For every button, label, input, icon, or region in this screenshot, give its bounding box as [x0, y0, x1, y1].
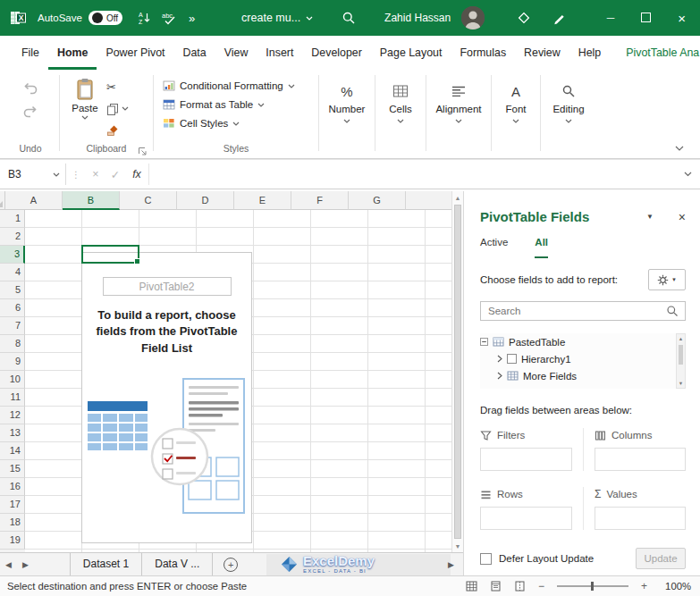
- row-header-4[interactable]: 4: [0, 264, 25, 281]
- column-header-g[interactable]: G: [349, 191, 406, 210]
- cut-button[interactable]: ✂: [106, 80, 129, 94]
- ribbon-tab-view[interactable]: View: [215, 36, 257, 70]
- row-header-17[interactable]: 17: [0, 496, 25, 514]
- column-header-a[interactable]: A: [5, 191, 63, 210]
- document-title[interactable]: create mu...: [241, 12, 313, 24]
- sheet-tab-dataset1[interactable]: Dataset 1: [70, 553, 142, 575]
- ribbon-tab-formulas[interactable]: Formulas: [451, 36, 515, 70]
- insert-function-button[interactable]: fx: [125, 168, 148, 180]
- column-header-b[interactable]: B: [63, 191, 120, 210]
- scroll-down-icon[interactable]: ▼: [679, 379, 683, 388]
- column-header-c[interactable]: C: [120, 191, 177, 210]
- row-header-16[interactable]: 16: [0, 478, 25, 496]
- cells-group-button[interactable]: Cells: [379, 70, 422, 158]
- row-header-2[interactable]: 2: [0, 228, 25, 246]
- rows-area[interactable]: Rows: [480, 487, 583, 530]
- tools-button[interactable]: ▼: [648, 269, 686, 290]
- hscroll-right-icon[interactable]: ▶: [443, 560, 460, 569]
- cancel-button[interactable]: ×: [86, 168, 105, 180]
- undo-button[interactable]: [20, 80, 41, 97]
- rows-drop-zone[interactable]: [480, 507, 572, 530]
- row-header-9[interactable]: 9: [0, 353, 25, 371]
- sheet-scroll-right-icon[interactable]: ▶: [17, 560, 34, 569]
- minimize-button[interactable]: ─: [607, 13, 615, 23]
- redo-button[interactable]: [20, 104, 41, 120]
- formula-input[interactable]: [148, 164, 676, 185]
- expand-chevron-icon[interactable]: [497, 372, 502, 380]
- conditional-formatting-button[interactable]: Conditional Formatting: [163, 80, 315, 92]
- row-header-13[interactable]: 13: [0, 424, 25, 442]
- pane-close-icon[interactable]: ×: [679, 210, 686, 224]
- sheet-scroll-left-icon[interactable]: ◀: [0, 560, 17, 569]
- qat-more-icon[interactable]: »: [189, 12, 195, 25]
- expand-formula-bar-button[interactable]: [684, 172, 692, 177]
- zoom-level[interactable]: 100%: [665, 581, 691, 592]
- close-button[interactable]: ×: [678, 12, 686, 25]
- row-header-6[interactable]: 6: [0, 299, 25, 317]
- ribbon-tab-power-pivot[interactable]: Power Pivot: [97, 36, 173, 70]
- field-item-hierarchy1[interactable]: Hierarchy1: [480, 350, 686, 367]
- cell-styles-button[interactable]: Cell Styles: [163, 117, 315, 130]
- ribbon-tab-pivottable-analyze[interactable]: PivotTable Ana: [617, 36, 700, 70]
- zoom-slider-thumb[interactable]: [591, 582, 594, 591]
- autosave-toggle[interactable]: Off: [89, 11, 122, 25]
- ribbon-tab-insert[interactable]: Insert: [257, 36, 302, 70]
- row-header-15[interactable]: 15: [0, 460, 25, 478]
- column-header-f[interactable]: F: [291, 191, 349, 210]
- row-header-11[interactable]: 11: [0, 389, 25, 407]
- fill-handle[interactable]: [134, 258, 140, 264]
- columns-area[interactable]: Columns: [583, 428, 686, 471]
- column-header-e[interactable]: E: [234, 191, 291, 210]
- row-header-5[interactable]: 5: [0, 281, 25, 299]
- page-layout-view-button[interactable]: [490, 581, 502, 592]
- ribbon-tab-data[interactable]: Data: [174, 36, 215, 70]
- values-area[interactable]: ΣValues: [583, 487, 686, 530]
- filters-area[interactable]: Filters: [480, 428, 583, 471]
- filters-drop-zone[interactable]: [480, 448, 572, 471]
- row-header-14[interactable]: 14: [0, 442, 25, 460]
- vertical-scrollbar[interactable]: ▲ ▼: [451, 191, 463, 552]
- row-header-7[interactable]: 7: [0, 317, 25, 335]
- update-button[interactable]: Update: [636, 548, 686, 569]
- row-header-12[interactable]: 12: [0, 407, 25, 424]
- row-header-1[interactable]: 1: [0, 210, 25, 228]
- selected-cell-b3[interactable]: [81, 245, 139, 264]
- spelling-icon[interactable]: abc: [162, 11, 178, 25]
- clipboard-dialog-launcher[interactable]: [138, 147, 147, 155]
- row-header-3[interactable]: 3: [0, 246, 25, 264]
- vertical-scroll-thumb[interactable]: [454, 205, 461, 539]
- search-icon[interactable]: [342, 11, 356, 25]
- format-painter-button[interactable]: [106, 123, 129, 137]
- row-header-10[interactable]: 10: [0, 371, 25, 389]
- new-sheet-button[interactable]: +: [223, 558, 238, 572]
- scroll-down-icon[interactable]: ▼: [452, 540, 463, 552]
- user-avatar[interactable]: [461, 6, 485, 29]
- ribbon-tab-help[interactable]: Help: [569, 36, 610, 70]
- collapse-ribbon-button[interactable]: [675, 146, 684, 151]
- field-search[interactable]: [480, 301, 686, 321]
- page-break-view-button[interactable]: [514, 581, 526, 592]
- tab-active[interactable]: Active: [480, 237, 508, 258]
- editing-group-button[interactable]: Editing: [544, 70, 593, 158]
- ribbon-tab-home[interactable]: Home: [48, 36, 97, 70]
- paste-button[interactable]: Paste: [63, 70, 106, 143]
- alignment-group-button[interactable]: Alignment: [430, 70, 487, 158]
- row-header-19[interactable]: 19: [0, 532, 25, 550]
- search-input[interactable]: [481, 305, 666, 317]
- ribbon-tab-developer[interactable]: Developer: [302, 36, 370, 70]
- sheet-tab-datav[interactable]: Data V ...: [142, 553, 213, 575]
- enter-button[interactable]: ✓: [105, 168, 125, 181]
- zoom-slider[interactable]: [557, 585, 628, 587]
- expand-chevron-icon[interactable]: [497, 355, 502, 363]
- zoom-in-button[interactable]: +: [641, 580, 647, 592]
- columns-drop-zone[interactable]: [595, 448, 686, 471]
- format-as-table-button[interactable]: Format as Table: [163, 98, 315, 111]
- sort-az-icon[interactable]: AZ: [137, 11, 151, 25]
- tab-all[interactable]: All: [535, 237, 548, 258]
- zoom-out-button[interactable]: −: [538, 580, 544, 592]
- collapse-icon[interactable]: [480, 338, 488, 346]
- select-all-corner[interactable]: [0, 191, 5, 210]
- scroll-thumb[interactable]: [679, 345, 683, 365]
- excel-app-icon[interactable]: X: [9, 9, 27, 27]
- namebox-splitter[interactable]: ⋮: [66, 170, 86, 180]
